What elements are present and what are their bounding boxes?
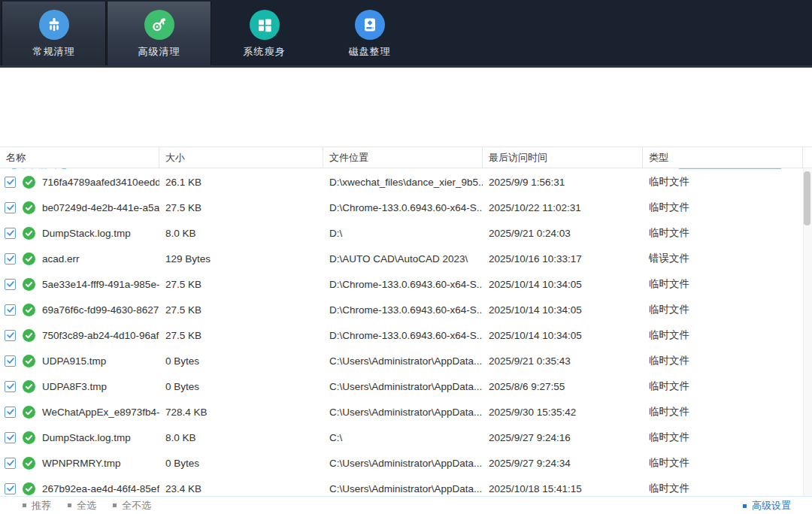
windows-icon (250, 10, 280, 40)
advanced-settings-link[interactable]: 高级设置 (743, 497, 791, 514)
name-cell: DumpStack.log.tmp (0, 227, 159, 240)
row-checkbox[interactable] (5, 253, 16, 265)
tab-general-clean[interactable]: 常规清理 (2, 2, 106, 65)
file-last-access-time: 2025/10/14 10:34:05 (483, 304, 643, 316)
check-circle-icon (23, 380, 35, 393)
name-cell: 267b92ea-ae4d-46f4-85ef... (0, 482, 159, 495)
broom-icon (39, 10, 69, 40)
table-row[interactable]: 750f3c89-ab24-4d10-96af... 27.5 KB D:\Ch… (0, 322, 803, 348)
file-size: 129 Bytes (159, 253, 323, 265)
table-row[interactable]: UDPA915.tmp 0 Bytes C:\Users\Administrat… (0, 348, 803, 373)
file-size: 8.0 KB (159, 228, 323, 239)
name-cell: WPNPRMRY.tmp (0, 457, 159, 470)
tab-disk-organize[interactable]: 磁盘整理 (317, 2, 422, 65)
column-header-time[interactable]: 最后访问时间 (483, 147, 643, 168)
file-last-access-time: 2025/10/18 15:41:15 (483, 483, 643, 494)
row-checkbox[interactable] (5, 483, 16, 494)
file-location: C:\Users\Administrator\AppData... (323, 407, 483, 418)
column-header-name[interactable]: 名称 (0, 147, 159, 168)
table-row[interactable]: 267b92ea-ae4d-46f4-85ef... 23.4 KB C:\Us… (0, 476, 803, 496)
file-type: 临时文件 (643, 456, 803, 470)
table-row[interactable]: DumpStack.log.tmp 8.0 KB C:\ 2025/9/27 9… (0, 425, 803, 450)
table-row[interactable]: 69a76f6c-fd99-4630-8627... 27.5 KB D:\Ch… (0, 297, 803, 322)
row-checkbox[interactable] (5, 228, 16, 239)
row-checkbox[interactable] (5, 381, 16, 392)
table-row[interactable]: WPNPRMRY.tmp 0 Bytes C:\Users\Administra… (0, 450, 803, 476)
top-nav-bar: 常规清理 高级清理 系统瘦身 (0, 0, 812, 68)
row-checkbox[interactable] (5, 177, 16, 188)
square-bullet-icon (113, 503, 117, 507)
name-cell: acad.err (0, 252, 159, 265)
row-checkbox[interactable] (5, 355, 16, 367)
check-circle-icon (23, 304, 35, 316)
row-checkbox[interactable] (5, 202, 16, 213)
row-checkbox[interactable] (5, 407, 16, 418)
name-cell: UDPA8F3.tmp (0, 380, 159, 393)
square-bullet-icon (743, 504, 747, 508)
file-size: 728.4 KB (159, 407, 323, 418)
file-last-access-time: 2025/9/30 15:35:42 (483, 407, 643, 418)
file-size: 26.1 KB (159, 177, 323, 188)
file-last-access-time: 2025/8/6 9:27:55 (483, 381, 643, 392)
file-name: 5ae33e14-fff9-491a-985e-... (42, 279, 159, 290)
name-cell: 716fa4789aafed3410eedd... (0, 176, 159, 189)
check-circle-icon (23, 176, 35, 189)
table-row[interactable]: be07249d-4e2b-441e-a5a... 27.5 KB D:\Chr… (0, 195, 803, 220)
table-row[interactable]: UDPA8F3.tmp 0 Bytes C:\Users\Administrat… (0, 373, 803, 399)
file-name: 69a76f6c-fd99-4630-8627... (42, 304, 159, 316)
check-circle-icon (23, 431, 35, 444)
tab-advanced-clean[interactable]: 高级清理 (107, 2, 211, 65)
row-checkbox[interactable] (5, 304, 16, 316)
table-row[interactable]: 716fa4789aafed3410eedd... 26.1 KB D:\xwe… (0, 169, 803, 195)
file-size: 0 Bytes (159, 458, 323, 469)
tab-label: 高级清理 (138, 45, 180, 59)
file-name: acad.err (42, 253, 80, 265)
table-row[interactable]: 5ae33e14-fff9-491a-985e-... 27.5 KB D:\C… (0, 271, 803, 297)
table-row[interactable]: WeChatAppEx_e8973fb4-... 728.4 KB C:\Use… (0, 399, 803, 425)
table-row[interactable]: DumpStack.log.tmp 8.0 KB D:\ 2025/9/21 0… (0, 220, 803, 246)
check-circle-icon (23, 201, 35, 214)
file-type: 临时文件 (643, 354, 803, 367)
column-header-location[interactable]: 文件位置 (323, 147, 483, 168)
file-size: 27.5 KB (159, 330, 323, 341)
file-type: 临时文件 (643, 379, 803, 393)
file-type: 临时文件 (643, 175, 803, 189)
row-checkbox[interactable] (5, 458, 16, 469)
file-location: D:\Chrome-133.0.6943.60-x64-S... (323, 279, 483, 290)
check-circle-icon (23, 278, 35, 291)
file-location: D:\xwechat_files\dance_xier_9b5... (323, 177, 483, 188)
check-circle-icon (23, 406, 35, 419)
file-type: 临时文件 (643, 482, 803, 495)
select-none-link[interactable]: 全不选 (113, 499, 151, 512)
link-label: 全选 (77, 499, 96, 512)
file-location: D:\Chrome-133.0.6943.60-x64-S... (323, 304, 483, 316)
disk-icon (355, 10, 385, 40)
column-header-size[interactable]: 大小 (159, 147, 323, 168)
file-size: 23.4 KB (159, 483, 323, 494)
tab-label: 常规清理 (33, 45, 75, 59)
name-cell: 69a76f6c-fd99-4630-8627... (0, 304, 159, 316)
row-checkbox[interactable] (5, 330, 16, 341)
name-cell: UDPA915.tmp (0, 355, 159, 367)
file-type: 临时文件 (643, 201, 803, 214)
tab-label: 系统瘦身 (244, 45, 286, 59)
name-cell: DumpStack.log.tmp (0, 431, 159, 444)
table-row[interactable]: acad.err 129 Bytes D:\AUTO CAD\AutoCAD 2… (0, 246, 803, 271)
file-size: 27.5 KB (159, 304, 323, 316)
column-header-type[interactable]: 类型 (643, 147, 803, 168)
row-checkbox[interactable] (5, 432, 16, 443)
square-bullet-icon (68, 503, 71, 507)
file-last-access-time: 2025/10/14 10:34:05 (483, 279, 643, 290)
scrollbar-thumb[interactable] (804, 171, 810, 225)
file-type: 临时文件 (643, 277, 803, 291)
tab-system-slim[interactable]: 系统瘦身 (212, 2, 317, 65)
footer-bar: 推荐 全选 全不选 高级设置 (0, 496, 812, 514)
check-circle-icon (23, 252, 35, 265)
row-checkbox[interactable] (5, 279, 16, 290)
select-recommended-link[interactable]: 推荐 (23, 499, 51, 512)
select-all-link[interactable]: 全选 (68, 499, 96, 512)
file-type: 临时文件 (643, 431, 803, 444)
file-size: 27.5 KB (159, 202, 323, 213)
file-last-access-time: 2025/9/27 9:24:16 (483, 432, 643, 443)
file-last-access-time: 2025/9/9 1:56:31 (483, 177, 643, 188)
